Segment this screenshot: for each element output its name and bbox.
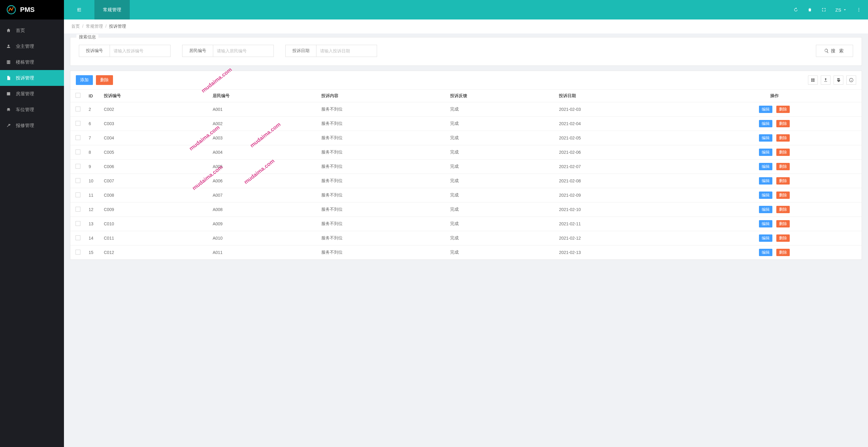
add-button[interactable]: 添加 xyxy=(76,75,93,85)
search-group-1: 居民编号 xyxy=(182,45,274,57)
sidebar-item-6[interactable]: 报修管理 xyxy=(0,118,64,133)
edit-button[interactable]: 编辑 xyxy=(759,249,772,256)
batch-delete-button[interactable]: 删除 xyxy=(96,75,113,85)
top-tab[interactable]: 常规管理 xyxy=(94,0,130,20)
row-checkbox[interactable] xyxy=(75,164,81,169)
topbar: 常规管理 ZS xyxy=(64,0,868,20)
table-row: 7 C004 A003 服务不到位 完成 2021-02-05 编辑 删除 xyxy=(70,131,862,145)
breadcrumb-item[interactable]: 常规管理 xyxy=(86,24,103,29)
th-date[interactable]: 投诉日期 xyxy=(556,90,687,102)
edit-button[interactable]: 编辑 xyxy=(759,220,772,227)
search-input-2[interactable] xyxy=(316,45,377,57)
checkbox-all[interactable] xyxy=(75,93,81,98)
sidebar-item-label: 业主管理 xyxy=(16,43,34,49)
print-button[interactable] xyxy=(834,75,843,85)
delete-button[interactable]: 删除 xyxy=(776,220,790,227)
edit-button[interactable]: 编辑 xyxy=(759,163,772,170)
cell-id: 9 xyxy=(86,160,101,174)
cell-resident-no: A006 xyxy=(210,174,318,188)
edit-button[interactable]: 编辑 xyxy=(759,192,772,199)
user-menu[interactable]: ZS xyxy=(835,7,847,12)
delete-button[interactable]: 删除 xyxy=(776,177,790,185)
row-checkbox[interactable] xyxy=(75,221,81,226)
delete-button[interactable]: 删除 xyxy=(776,106,790,113)
fullscreen-button[interactable] xyxy=(822,7,826,12)
th-id[interactable]: ID xyxy=(86,90,101,102)
cell-complaint-no: C003 xyxy=(101,117,210,131)
delete-button[interactable]: 删除 xyxy=(776,192,790,199)
sidebar-item-4[interactable]: 房屋管理 xyxy=(0,86,64,102)
cell-resident-no: A002 xyxy=(210,117,318,131)
delete-button[interactable]: 删除 xyxy=(776,206,790,213)
th-resident-no[interactable]: 居民编号 xyxy=(210,90,318,102)
sidebar-item-0[interactable]: 首页 xyxy=(0,23,64,38)
sidebar-item-2[interactable]: 楼栋管理 xyxy=(0,54,64,70)
search-input-1[interactable] xyxy=(213,45,274,57)
row-checkbox[interactable] xyxy=(75,235,81,240)
table-row: 6 C003 A002 服务不到位 完成 2021-02-04 编辑 删除 xyxy=(70,117,862,131)
export-button[interactable] xyxy=(821,75,831,85)
clear-button[interactable] xyxy=(807,7,812,12)
delete-button[interactable]: 删除 xyxy=(776,163,790,170)
edit-button[interactable]: 编辑 xyxy=(759,234,772,242)
row-checkbox[interactable] xyxy=(75,192,81,197)
trash-icon xyxy=(807,7,812,12)
cell-resident-no: A008 xyxy=(210,202,318,217)
search-icon xyxy=(824,49,829,53)
table-row: 8 C005 A004 服务不到位 完成 2021-02-06 编辑 删除 xyxy=(70,145,862,160)
logo-icon xyxy=(6,5,17,15)
cell-feedback: 完成 xyxy=(447,231,556,246)
row-checkbox[interactable] xyxy=(75,121,81,126)
search-panel: 搜索信息 投诉编号居民编号投诉日期搜 索 xyxy=(70,37,862,66)
more-button[interactable] xyxy=(857,7,861,12)
cell-id: 8 xyxy=(86,145,101,160)
edit-button[interactable]: 编辑 xyxy=(759,149,772,156)
th-feedback[interactable]: 投诉反馈 xyxy=(447,90,556,102)
columns-button[interactable] xyxy=(808,75,818,85)
edit-button[interactable]: 编辑 xyxy=(759,120,772,127)
cell-complaint-no: C009 xyxy=(101,202,210,217)
file-icon xyxy=(6,75,11,81)
delete-button[interactable]: 删除 xyxy=(776,149,790,156)
cell-resident-no: A003 xyxy=(210,131,318,145)
th-content[interactable]: 投诉内容 xyxy=(318,90,447,102)
delete-button[interactable]: 删除 xyxy=(776,134,790,141)
delete-button[interactable]: 删除 xyxy=(776,249,790,256)
row-checkbox[interactable] xyxy=(75,178,81,183)
breadcrumb-item[interactable]: 首页 xyxy=(71,24,80,29)
edit-button[interactable]: 编辑 xyxy=(759,177,772,185)
edit-button[interactable]: 编辑 xyxy=(759,106,772,113)
delete-button[interactable]: 删除 xyxy=(776,120,790,127)
row-checkbox[interactable] xyxy=(75,250,81,255)
cell-feedback: 完成 xyxy=(447,188,556,202)
cell-id: 7 xyxy=(86,131,101,145)
table-row: 15 C012 A011 服务不到位 完成 2021-02-13 编辑 删除 xyxy=(70,246,862,260)
sidebar-item-3[interactable]: 投诉管理 xyxy=(0,70,64,86)
collapse-icon xyxy=(76,7,82,12)
cell-content: 服务不到位 xyxy=(318,117,447,131)
search-button[interactable]: 搜 索 xyxy=(816,45,853,57)
edit-button[interactable]: 编辑 xyxy=(759,134,772,141)
breadcrumb: 首页/常规管理/投诉管理 xyxy=(64,20,868,33)
row-checkbox[interactable] xyxy=(75,135,81,140)
row-checkbox[interactable] xyxy=(75,106,81,111)
nav: 首页业主管理楼栋管理投诉管理房屋管理车位管理报修管理 xyxy=(0,20,64,447)
cell-complaint-no: C007 xyxy=(101,174,210,188)
sidebar-item-5[interactable]: 车位管理 xyxy=(0,102,64,118)
delete-button[interactable]: 删除 xyxy=(776,234,790,242)
row-checkbox[interactable] xyxy=(75,207,81,212)
collapse-button[interactable] xyxy=(64,0,94,20)
refresh-button[interactable] xyxy=(794,7,798,12)
refresh-icon xyxy=(794,7,798,12)
search-input-0[interactable] xyxy=(110,45,170,57)
info-button[interactable] xyxy=(846,75,856,85)
logo[interactable]: PMS xyxy=(0,0,64,20)
th-complaint-no[interactable]: 投诉编号 xyxy=(101,90,210,102)
fullscreen-icon xyxy=(822,7,826,12)
row-checkbox[interactable] xyxy=(75,150,81,154)
cell-complaint-no: C006 xyxy=(101,160,210,174)
sidebar-item-1[interactable]: 业主管理 xyxy=(0,38,64,54)
print-icon xyxy=(836,78,841,83)
cell-date: 2021-02-13 xyxy=(556,246,687,260)
edit-button[interactable]: 编辑 xyxy=(759,206,772,213)
